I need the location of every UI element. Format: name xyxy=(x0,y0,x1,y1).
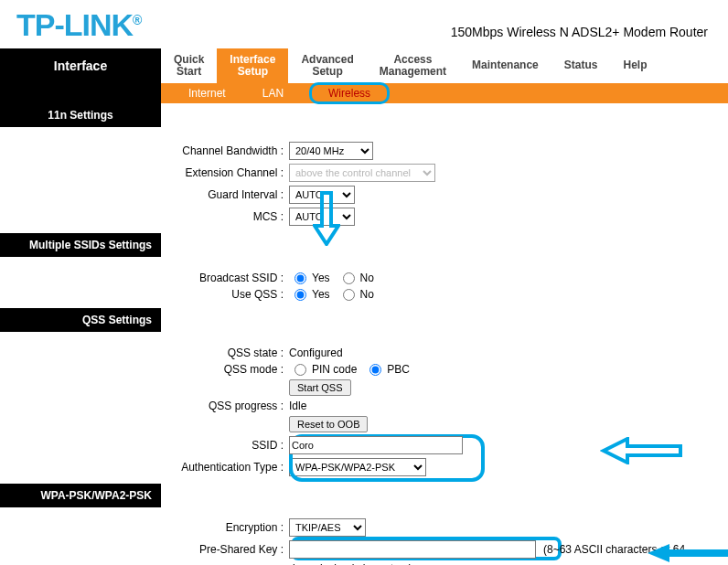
section-wpa-psk: WPA-PSK/WPA2-PSK xyxy=(0,484,161,507)
label-qss-progress: QSS progress : xyxy=(0,400,289,412)
label-use-qss: Use QSS : xyxy=(0,288,289,301)
brand-logo: TP-LINK® xyxy=(16,7,141,43)
label-broadcast-ssid: Broadcast SSID : xyxy=(0,272,289,284)
label-extension-channel: Extension Channel : xyxy=(0,166,289,179)
radio-label: No xyxy=(360,272,374,284)
radio-qss-pbc[interactable] xyxy=(369,364,381,376)
subtab-internet[interactable]: Internet xyxy=(188,87,226,100)
product-subtitle: 150Mbps Wireless N ADSL2+ Modem Router xyxy=(451,25,717,43)
radio-qss-pin[interactable] xyxy=(294,364,306,376)
label-preshared-key: Pre-Shared Key : xyxy=(0,543,289,556)
select-encryption[interactable]: TKIP/AES xyxy=(289,518,366,537)
tab-status[interactable]: Status xyxy=(551,48,611,83)
select-mcs[interactable]: AUTO xyxy=(289,208,355,226)
subtab-lan[interactable]: LAN xyxy=(262,87,284,100)
tab-interface-setup[interactable]: Interface Setup xyxy=(217,48,288,83)
radio-broadcast-ssid-no[interactable] xyxy=(343,272,355,284)
section-multiple-ssids: Multiple SSIDs Settings xyxy=(0,233,161,257)
select-channel-bandwidth[interactable]: 20/40 MHz xyxy=(289,142,373,160)
label-qss-state: QSS state : xyxy=(0,346,289,359)
label-guard-interval: Guard Interval : xyxy=(0,188,289,201)
section-11n-settings: 11n Settings xyxy=(0,103,161,127)
radio-label: No xyxy=(360,288,374,301)
radio-use-qss-no[interactable] xyxy=(343,289,355,301)
label-ssid: SSID : xyxy=(0,439,289,452)
radio-label: Yes xyxy=(312,288,330,301)
radio-label: PBC xyxy=(387,363,410,376)
psk-hint: (8~63 ASCII characters or 64 xyxy=(543,543,685,556)
start-qss-button[interactable]: Start QSS xyxy=(289,379,351,396)
radio-use-qss-yes[interactable] xyxy=(294,289,306,301)
psk-input[interactable] xyxy=(289,540,536,559)
label-encryption: Encryption : xyxy=(0,521,289,534)
page-title: Interface xyxy=(0,48,161,83)
tab-maintenance[interactable]: Maintenance xyxy=(459,48,551,83)
tab-help[interactable]: Help xyxy=(610,48,659,83)
ssid-input[interactable] xyxy=(289,436,463,454)
section-qss-settings: QSS Settings xyxy=(0,308,161,332)
value-qss-state: Configured xyxy=(289,346,343,359)
select-extension-channel: above the control channel xyxy=(289,164,435,182)
tab-access-management[interactable]: Access Management xyxy=(367,48,459,83)
label-qss-mode: QSS mode : xyxy=(0,363,289,376)
tab-advanced-setup[interactable]: Advanced Setup xyxy=(288,48,366,83)
radio-broadcast-ssid-yes[interactable] xyxy=(294,272,306,284)
label-mcs: MCS : xyxy=(0,210,289,223)
subtab-wireless[interactable]: Wireless xyxy=(320,87,390,100)
label-auth-type: Authentication Type : xyxy=(0,461,289,474)
select-auth-type[interactable]: WPA-PSK/WPA2-PSK xyxy=(289,458,426,476)
reset-oob-button[interactable]: Reset to OOB xyxy=(289,416,368,432)
radio-label: Yes xyxy=(312,272,330,284)
tab-quick-start[interactable]: Quick Start xyxy=(161,48,217,83)
select-guard-interval[interactable]: AUTO xyxy=(289,186,355,204)
radio-label: PIN code xyxy=(312,363,357,376)
label-channel-bandwidth: Channel Bandwidth : xyxy=(0,144,289,157)
value-qss-progress: Idle xyxy=(289,400,306,412)
highlight-annotation: Wireless xyxy=(309,82,390,104)
